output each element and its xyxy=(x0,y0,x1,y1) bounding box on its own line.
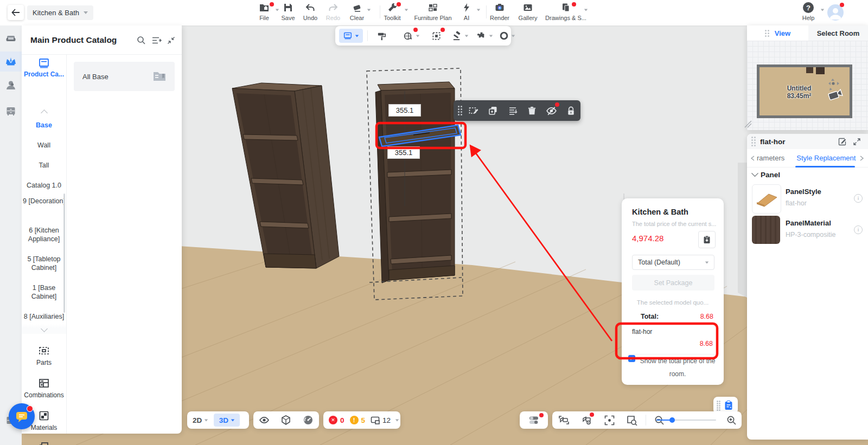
edit-panel-button[interactable] xyxy=(464,100,483,121)
redo-icon xyxy=(328,2,339,13)
back-arrow-icon xyxy=(11,9,20,16)
category-base-cabinet[interactable]: 1 [Base Cabinet] xyxy=(22,283,66,301)
project-selector[interactable]: Kitchen & Bath xyxy=(27,5,93,20)
camera-view-button[interactable] xyxy=(552,411,575,429)
tool-furniture-plan[interactable]: Furniture Plan xyxy=(411,2,455,21)
export-quote-button[interactable] xyxy=(698,231,716,248)
performance-gauge-icon[interactable] xyxy=(303,415,314,425)
drag-handle[interactable] xyxy=(751,137,756,146)
style-panel: flat-hor rameters Style Replacement Pane… xyxy=(747,134,868,440)
expand-icon[interactable] xyxy=(853,138,860,145)
drag-handle[interactable] xyxy=(717,401,720,410)
lock-button[interactable] xyxy=(561,100,580,121)
panelmaterial-thumbnail[interactable] xyxy=(752,216,780,244)
scroll-down-chevron[interactable] xyxy=(22,324,66,334)
category-catalog10[interactable]: Catalog 1.0 xyxy=(22,181,66,190)
chevron-down-icon xyxy=(584,9,588,11)
cube-view-icon[interactable] xyxy=(280,415,291,425)
category-scrollbar[interactable] xyxy=(63,194,65,313)
room-cabinet-1 xyxy=(806,67,813,73)
category-base[interactable]: Base xyxy=(22,121,66,130)
category-kitchen-appliance[interactable]: 6 [Kitchen Appliance] xyxy=(22,226,66,243)
category-wall[interactable]: Wall xyxy=(22,141,66,150)
hide-button[interactable] xyxy=(541,100,561,121)
collapse-panel-icon[interactable] xyxy=(167,36,175,44)
minimap-floorplan[interactable]: Untitled83.45m² xyxy=(747,41,868,130)
divider xyxy=(646,415,646,425)
search-icon[interactable] xyxy=(137,36,146,45)
issues-group[interactable]: ✕ 0 ! 5 12 xyxy=(323,411,400,429)
error-count: 0 xyxy=(340,416,344,424)
zoom-in-button[interactable] xyxy=(720,411,742,429)
target-icon xyxy=(499,31,509,41)
category-column: Product Ca... Base Wall Tall Catalog 1.0… xyxy=(22,55,67,434)
catalog-list-item-all-base[interactable]: All Base xyxy=(74,62,175,91)
blue-clipboard-icon xyxy=(723,400,734,411)
checkbox-label[interactable]: Show the total price of the room. xyxy=(638,354,717,380)
back-button[interactable] xyxy=(8,5,24,20)
paint-roller-tool[interactable] xyxy=(372,29,391,43)
plugin-tool[interactable] xyxy=(473,29,496,43)
category-tall[interactable]: Tall xyxy=(22,161,66,170)
support-chat-button[interactable] xyxy=(9,403,35,429)
tab-style-replacement-active[interactable]: Style Replacement xyxy=(796,154,856,162)
drag-handle[interactable] xyxy=(458,106,462,115)
zoom-slider-handle[interactable] xyxy=(669,417,675,423)
tool-toolkit[interactable]: Toolkit xyxy=(375,2,410,21)
tool-clear[interactable]: Clear xyxy=(340,2,374,21)
camera-settings-button[interactable] xyxy=(575,411,598,429)
quote-row[interactable]: flat-hor 8.68 xyxy=(628,325,717,354)
tab-product-catalog[interactable]: Product Ca... xyxy=(22,56,66,82)
room-outline[interactable]: Untitled83.45m² xyxy=(757,65,852,118)
list-order-button[interactable] xyxy=(503,100,522,121)
delete-button[interactable] xyxy=(522,100,542,121)
tab-view-active[interactable]: View xyxy=(747,25,808,41)
resize-handle-icon[interactable] xyxy=(744,120,752,128)
mode-3d-button-active[interactable]: 3D xyxy=(214,414,240,427)
marquee-select-tool[interactable] xyxy=(426,29,446,43)
category-decoration[interactable]: 9 [Decoration] xyxy=(22,197,66,205)
rail-item-storage[interactable] xyxy=(0,104,22,119)
app-window: 355.1 355.1 Kitchen & Bath File Save Und… xyxy=(0,0,868,445)
camera-marker-icon[interactable] xyxy=(824,77,843,102)
tab-parameters[interactable]: rameters xyxy=(757,154,784,162)
drag-handle[interactable] xyxy=(765,30,769,37)
section-hybrid-library[interactable]: Hybrid libra... xyxy=(22,441,66,445)
style-item-panelstyle[interactable]: PanelStyle flat-hor i xyxy=(752,184,863,214)
display-settings-button[interactable] xyxy=(520,411,548,429)
show-total-checkbox[interactable]: ✓ xyxy=(628,355,635,362)
eye-icon[interactable] xyxy=(259,415,270,425)
zoom-slider[interactable] xyxy=(656,420,716,421)
measure-tool[interactable] xyxy=(448,29,472,43)
edit-icon[interactable] xyxy=(838,138,846,146)
help-button[interactable]: ? Help xyxy=(791,2,826,21)
info-icon[interactable]: i xyxy=(854,194,863,203)
package-select[interactable]: Total (Default) xyxy=(632,255,714,270)
tab-scroll-right-icon[interactable] xyxy=(860,156,864,161)
focus-selection-button[interactable] xyxy=(598,411,621,429)
scroll-up-chevron[interactable] xyxy=(22,109,66,117)
info-icon[interactable]: i xyxy=(854,225,863,234)
section-combinations[interactable]: Combinations xyxy=(22,377,66,399)
filter-icon[interactable] xyxy=(152,36,162,44)
target-tool[interactable] xyxy=(496,29,519,43)
category-tabletop-cabinet[interactable]: 5 [Tabletop Cabinet] xyxy=(22,255,66,272)
style-item-panelmaterial[interactable]: PanelMaterial HP-3-compositie i xyxy=(752,216,863,245)
zoom-region-button[interactable] xyxy=(621,411,643,429)
mode-2d-button[interactable]: 2D xyxy=(193,416,208,424)
rail-item-account[interactable] xyxy=(0,78,22,93)
notification-dot xyxy=(840,3,844,7)
replace-tool[interactable] xyxy=(399,29,423,43)
section-parts[interactable]: Parts xyxy=(22,345,66,366)
duplicate-button[interactable] xyxy=(483,100,503,121)
panelstyle-thumbnail[interactable] xyxy=(752,184,781,214)
tool-ai[interactable]: AI xyxy=(450,2,483,21)
tab-select-room[interactable]: Select Room xyxy=(808,25,868,41)
tool-gallery[interactable]: Gallery xyxy=(510,2,545,21)
cabinet-select-tool-active[interactable] xyxy=(339,29,363,43)
tab-scroll-left-icon[interactable] xyxy=(750,156,755,161)
tool-drawings[interactable]: Drawings & S... xyxy=(544,2,588,21)
rail-item-furniture[interactable] xyxy=(0,32,22,45)
rail-item-catalog-active[interactable] xyxy=(0,54,22,69)
panel-section-header[interactable]: Panel xyxy=(752,171,780,179)
